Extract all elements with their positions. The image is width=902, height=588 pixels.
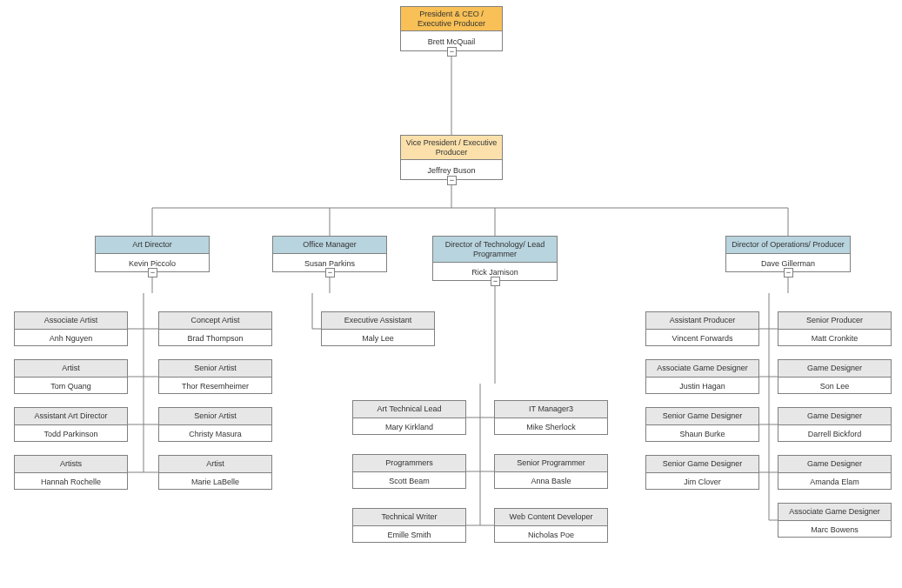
org-node-ceo[interactable]: President & CEO / Executive ProducerBret… (400, 6, 503, 51)
org-node-name: Justin Hagan (646, 378, 758, 395)
org-node-title: Web Content Developer (495, 509, 607, 526)
org-node-title: Executive Assistant (322, 312, 434, 330)
org-node-srartist1[interactable]: Senior ArtistThor Resemheimer (158, 359, 272, 394)
org-node-agd[interactable]: Associate Game DesignerJustin Hagan (645, 359, 759, 394)
org-node-title: Art Technical Lead (353, 401, 465, 418)
collapse-toggle[interactable]: − (148, 268, 157, 277)
org-node-title: Concept Artist (159, 312, 271, 330)
org-node-name: Darrell Bickford (778, 425, 891, 443)
org-node-title: Senior Programmer (495, 455, 607, 472)
org-node-name: Jim Clover (646, 473, 758, 491)
org-node-title: Artists (15, 456, 127, 473)
org-node-name: Christy Masura (159, 425, 271, 443)
org-node-prog[interactable]: ProgrammersScott Beam (352, 454, 466, 489)
org-node-name: Scott Beam (353, 472, 465, 490)
org-node-sgd2[interactable]: Senior Game DesignerJim Clover (645, 455, 759, 490)
org-node-title: Director of Technology/ Lead Programmer (433, 237, 557, 263)
org-node-name: Maly Lee (322, 330, 434, 347)
org-node-title: Programmers (353, 455, 465, 472)
org-node-name: Matt Cronkite (778, 330, 891, 347)
org-node-wcd[interactable]: Web Content DeveloperNicholas Poe (494, 508, 608, 543)
org-node-name: Anna Basle (495, 472, 607, 490)
collapse-toggle[interactable]: − (784, 268, 793, 277)
org-node-title: Associate Artist (15, 312, 127, 330)
org-node-title: Game Designer (778, 360, 891, 378)
org-node-artdir[interactable]: Art DirectorKevin Piccolo (95, 236, 210, 272)
org-node-aad[interactable]: Assistant Art DirectorTodd Parkinson (14, 407, 128, 442)
org-node-title: IT Manager3 (495, 401, 607, 418)
org-node-title: Game Designer (778, 456, 891, 473)
org-node-opsdir[interactable]: Director of Operations/ ProducerDave Gil… (725, 236, 851, 272)
org-node-name: Amanda Elam (778, 473, 891, 491)
org-node-name: Nicholas Poe (495, 526, 607, 544)
org-node-atl[interactable]: Art Technical LeadMary Kirkland (352, 400, 466, 435)
org-node-title: Art Director (96, 237, 209, 254)
collapse-toggle[interactable]: − (325, 268, 335, 277)
connector-lines (0, 0, 902, 588)
org-node-name: Emille Smith (353, 526, 465, 544)
org-node-gd1[interactable]: Game DesignerSon Lee (778, 359, 892, 394)
org-node-title: Artist (15, 360, 127, 378)
org-node-title: Senior Artist (159, 360, 271, 378)
org-node-name: Marc Bowens (778, 521, 891, 538)
org-node-title: Senior Game Designer (646, 456, 758, 473)
org-node-vp[interactable]: Vice President / Executive ProducerJeffr… (400, 135, 503, 180)
org-node-title: Associate Game Designer (646, 360, 758, 378)
org-node-name: Vincent Forwards (646, 330, 758, 347)
org-node-name: Son Lee (778, 378, 891, 395)
org-node-srprog[interactable]: Senior ProgrammerAnna Basle (494, 454, 608, 489)
org-node-title: Artist (159, 456, 271, 473)
org-node-assocart[interactable]: Associate ArtistAnh Nguyen (14, 311, 128, 346)
org-node-title: Senior Producer (778, 312, 891, 330)
org-node-name: Shaun Burke (646, 425, 758, 443)
org-node-srartist2[interactable]: Senior ArtistChristy Masura (158, 407, 272, 442)
org-node-title: Office Manager (273, 237, 386, 254)
org-node-title: Assistant Producer (646, 312, 758, 330)
org-node-offmgr[interactable]: Office ManagerSusan Parkins (272, 236, 387, 272)
org-node-name: Tom Quang (15, 378, 127, 395)
collapse-toggle[interactable]: − (447, 176, 457, 185)
org-node-title: Game Designer (778, 408, 891, 425)
org-node-title: Vice President / Executive Producer (401, 136, 502, 160)
org-node-agd2[interactable]: Associate Game DesignerMarc Bowens (778, 503, 892, 538)
org-node-name: Thor Resemheimer (159, 378, 271, 395)
org-node-artist1[interactable]: ArtistTom Quang (14, 359, 128, 394)
org-node-techdir[interactable]: Director of Technology/ Lead ProgrammerR… (432, 236, 558, 281)
org-node-ea[interactable]: Executive AssistantMaly Lee (321, 311, 435, 346)
org-node-name: Marie LaBelle (159, 473, 271, 491)
org-node-tw[interactable]: Technical WriterEmille Smith (352, 508, 466, 543)
org-node-title: President & CEO / Executive Producer (401, 7, 502, 31)
org-node-name: Todd Parkinson (15, 425, 127, 443)
org-node-sp[interactable]: Senior ProducerMatt Cronkite (778, 311, 892, 346)
org-node-name: Anh Nguyen (15, 330, 127, 347)
org-node-name: Hannah Rochelle (15, 473, 127, 491)
org-node-ap[interactable]: Assistant ProducerVincent Forwards (645, 311, 759, 346)
org-node-itmgr[interactable]: IT Manager3Mike Sherlock (494, 400, 608, 435)
org-node-title: Assistant Art Director (15, 408, 127, 425)
org-node-name: Brad Thompson (159, 330, 271, 347)
org-node-name: Mike Sherlock (495, 418, 607, 436)
org-node-gd3[interactable]: Game DesignerAmanda Elam (778, 455, 892, 490)
org-node-title: Associate Game Designer (778, 504, 891, 521)
org-node-title: Senior Artist (159, 408, 271, 425)
org-node-artists[interactable]: ArtistsHannah Rochelle (14, 455, 128, 490)
org-node-title: Senior Game Designer (646, 408, 758, 425)
collapse-toggle[interactable]: − (447, 47, 457, 57)
org-node-name: Mary Kirkland (353, 418, 465, 436)
org-node-artist2[interactable]: ArtistMarie LaBelle (158, 455, 272, 490)
org-node-title: Director of Operations/ Producer (726, 237, 850, 254)
org-node-concept[interactable]: Concept ArtistBrad Thompson (158, 311, 272, 346)
collapse-toggle[interactable]: − (491, 277, 500, 286)
org-chart-canvas: President & CEO / Executive ProducerBret… (0, 0, 902, 588)
org-node-sgd1[interactable]: Senior Game DesignerShaun Burke (645, 407, 759, 442)
org-node-title: Technical Writer (353, 509, 465, 526)
org-node-gd2[interactable]: Game DesignerDarrell Bickford (778, 407, 892, 442)
